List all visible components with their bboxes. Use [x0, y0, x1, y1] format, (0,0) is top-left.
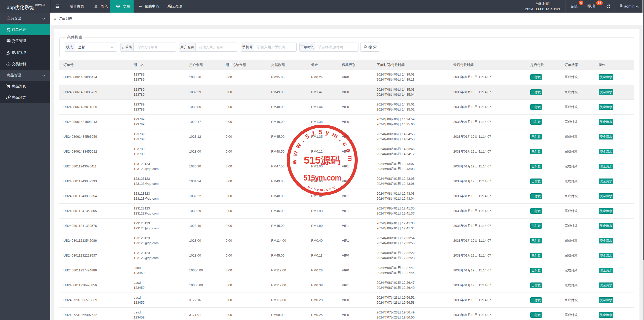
svg-text:515ym.com: 515ym.com [303, 173, 341, 182]
svg-text:515ym.com: 515ym.com [307, 185, 337, 192]
svg-text:515源码: 515源码 [304, 155, 341, 166]
